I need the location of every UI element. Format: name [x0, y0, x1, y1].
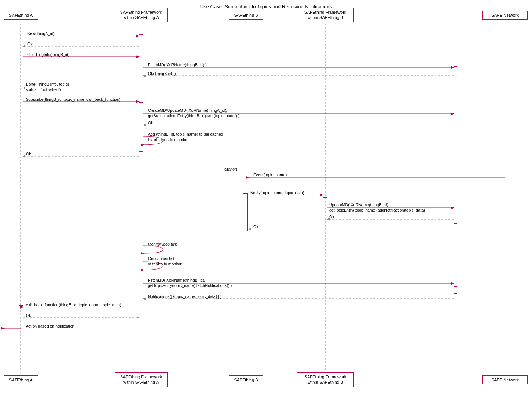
lifeline-box-fwa-top: SAFEthing Frameworkwithin SAFEthing A	[115, 8, 168, 22]
label-getthinginfo: GetThingInfo(thingB_id)	[27, 52, 69, 57]
label-updatemd: UpdateMD( XoRName(thingB_id), getTopicEn…	[329, 202, 458, 213]
label-fetchmd-2: FetchMD( XoRName(thingB_id), getTopicEnt…	[148, 278, 269, 288]
arrows-svg	[0, 0, 532, 400]
label-ok-3: Ok	[26, 152, 31, 156]
diagram-container: Use Case: Subscribing to Topics and Rece…	[0, 0, 532, 400]
label-ok-5: Ok	[253, 224, 258, 229]
activation-fwb-notify	[323, 197, 327, 229]
label-ok-2: Ok	[148, 121, 153, 125]
activation-a-1	[19, 57, 23, 157]
label-ok-4: Ok	[329, 215, 334, 219]
label-createmd: CreateMD/UpdateMD( XoRName(thingA_id), g…	[148, 108, 258, 118]
label-fetchmd-1: FetchMD( XoRName(thingB_id) )	[148, 63, 207, 67]
lifeline-box-net-bottom: SAFE Network	[482, 375, 528, 384]
activation-fwa-1	[139, 34, 143, 49]
lifeline-box-fwb-top: SAFEthing Frameworkwithin SAFEthing B	[297, 8, 354, 22]
activation-net-2	[454, 114, 457, 121]
label-notify: Notify(topic_name, topic_data)	[250, 190, 304, 195]
label-subscribe: Subscribe(thingB_id, topic_name, call_ba…	[26, 97, 121, 102]
lifeline-box-a-top: SAFEthing A	[4, 11, 38, 20]
lifeline-box-fwa-bottom: SAFEthing Frameworkwithin SAFEthing A	[115, 372, 168, 387]
activation-b-notify	[243, 193, 248, 231]
lifeline-box-net-top: SAFE Network	[482, 11, 528, 20]
label-get-cached: Get cached list of topics to monitor	[148, 256, 224, 267]
lifeline-box-b-bottom: SAFEthing B	[229, 375, 263, 384]
lifeline-box-fwb-bottom: SAFEthing Frameworkwithin SAFEthing B	[297, 372, 354, 387]
lifeline-box-b-top: SAFEthing B	[229, 11, 263, 20]
label-add: Add (thingB_id, topic_name) to the cache…	[148, 132, 243, 142]
label-ok-1: Ok	[27, 42, 32, 46]
label-ok-thingb: Ok(ThingB info)	[148, 71, 176, 76]
diagram-title: Use Case: Subscribing to Topics and Rece…	[0, 0, 532, 9]
label-new: New(thingA_id)	[27, 31, 55, 36]
activation-a-2	[19, 305, 23, 326]
activation-net-1	[454, 66, 457, 74]
activation-fwa-2	[139, 102, 143, 152]
label-done: Done(ThingB info, topics, status = 'publ…	[26, 82, 109, 92]
label-ok-6: Ok	[26, 313, 31, 318]
label-event: Event(topic_name)	[253, 173, 287, 177]
label-monitor-tick: Monitor loop tick	[148, 242, 177, 246]
lifeline-box-a-bottom: SAFEthing A	[4, 375, 38, 384]
activation-net-3	[454, 216, 457, 224]
label-callback: call_back_function(thingB_id, topic_name…	[26, 303, 121, 307]
label-notifications: Notifications([ {topic_name, topic_data}…	[148, 294, 221, 299]
label-action: Action based on notification	[26, 324, 74, 328]
label-later-on: later on	[224, 167, 237, 171]
activation-net-4	[454, 286, 457, 294]
